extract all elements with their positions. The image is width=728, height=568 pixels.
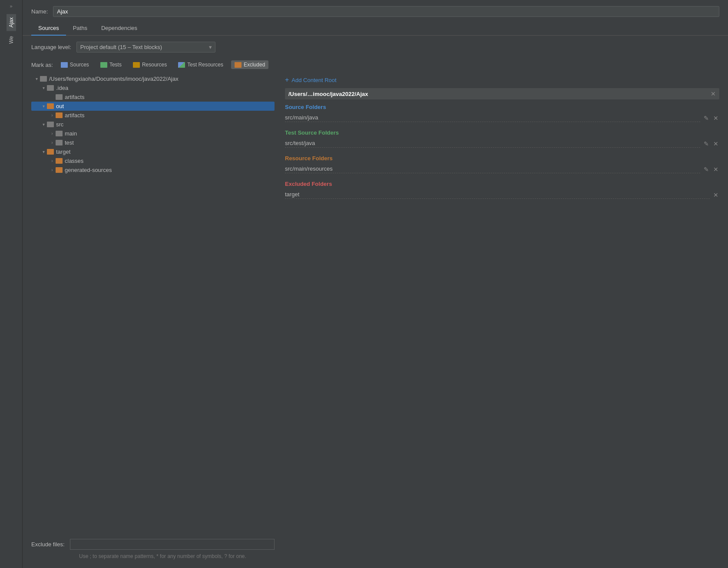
mark-as-tests-label: Tests — [109, 62, 122, 68]
tree-panel: ▾ /Users/fengxiaoha/Documents/imooc/java… — [31, 74, 275, 559]
root-chevron: ▾ — [33, 76, 40, 81]
tree-item-src-main[interactable]: › main — [31, 129, 275, 138]
src-test-folder-icon — [56, 140, 63, 145]
test-source-folder-path-0: src/test/java — [285, 140, 700, 148]
idea-label: .idea — [56, 85, 68, 91]
src-main-chevron: › — [49, 131, 56, 136]
target-chevron: ▾ — [40, 149, 47, 154]
tree-item-target[interactable]: ▾ target — [31, 147, 275, 156]
mark-as-label: Mark as: — [31, 62, 53, 68]
source-folder-actions-0: ✎ ✕ — [700, 115, 719, 122]
mark-as-test-resources-btn[interactable]: Test Resources — [175, 60, 227, 69]
tab-paths[interactable]: Paths — [66, 22, 94, 36]
language-level-select-wrapper[interactable]: Project default (15 – Text blocks) 15 - … — [76, 42, 215, 53]
test-source-folder-remove-btn-0[interactable]: ✕ — [712, 140, 719, 147]
mark-as-tests-btn[interactable]: Tests — [97, 60, 125, 69]
tree-item-out[interactable]: ▾ out — [31, 102, 275, 111]
exclude-section: Exclude files: Use ; to separate name pa… — [31, 530, 275, 559]
exclude-files-label: Exclude files: — [31, 541, 65, 548]
resource-folder-path-0: src/main/resources — [285, 165, 700, 173]
tree-item-idea-artifacts[interactable]: artifacts — [31, 92, 275, 102]
src-label: src — [56, 121, 63, 128]
target-folder-icon — [47, 149, 54, 155]
excluded-folders-title: Excluded Folders — [285, 181, 719, 187]
mark-as-sources-label: Sources — [70, 62, 89, 68]
target-classes-chevron: › — [49, 159, 56, 163]
add-icon: + — [285, 76, 289, 84]
sidebar-tab-we[interactable]: We — [7, 33, 16, 47]
resource-folder-remove-btn-0[interactable]: ✕ — [712, 166, 719, 173]
source-folders-title: Source Folders — [285, 104, 719, 110]
excluded-folder-remove-btn-0[interactable]: ✕ — [712, 192, 719, 198]
source-folder-edit-btn-0[interactable]: ✎ — [703, 115, 710, 122]
excluded-folder-entry-0: target ✕ — [285, 190, 719, 200]
exclude-files-input[interactable] — [70, 539, 275, 550]
tree-item-src[interactable]: ▾ src — [31, 120, 275, 129]
out-artifacts-label: artifacts — [65, 112, 85, 119]
mark-as-excluded-btn[interactable]: Excluded — [231, 60, 268, 69]
language-level-label: Language level: — [31, 44, 71, 50]
mark-as-resources-btn[interactable]: Resources — [129, 60, 170, 69]
sidebar-collapse-arrow[interactable]: » — [10, 3, 12, 9]
test-resources-folder-icon — [178, 62, 185, 68]
out-artifacts-chevron: › — [49, 113, 56, 118]
language-level-row: Language level: Project default (15 – Te… — [23, 36, 728, 59]
tree-item-src-test[interactable]: › test — [31, 138, 275, 147]
tree-item-target-classes[interactable]: › classes — [31, 156, 275, 165]
resource-folders-section: Resource Folders src/main/resources ✎ ✕ — [285, 155, 719, 175]
name-input[interactable] — [53, 6, 719, 17]
test-source-folder-entry-0: src/test/java ✎ ✕ — [285, 139, 719, 149]
body-split: ▾ /Users/fengxiaoha/Documents/imooc/java… — [23, 74, 728, 568]
content-root-path: /Users/…imooc/java2022/Ajax — [288, 91, 368, 97]
target-classes-label: classes — [65, 158, 83, 164]
mark-as-resources-label: Resources — [142, 62, 167, 68]
content-root-close-btn[interactable]: ✕ — [711, 90, 716, 97]
target-generated-sources-folder-icon — [56, 167, 63, 173]
target-classes-folder-icon — [56, 158, 63, 164]
tree-item-target-generated-sources[interactable]: › generated-sources — [31, 165, 275, 175]
name-label: Name: — [31, 8, 48, 15]
source-folder-entry-0: src/main/java ✎ ✕ — [285, 113, 719, 123]
tab-sources[interactable]: Sources — [31, 22, 66, 36]
out-artifacts-folder-icon — [56, 112, 63, 118]
target-generated-sources-chevron: › — [49, 168, 56, 172]
mark-as-excluded-label: Excluded — [244, 62, 265, 68]
add-content-root-btn[interactable]: + Add Content Root — [285, 74, 719, 88]
tree-root-item[interactable]: ▾ /Users/fengxiaoha/Documents/imooc/java… — [31, 74, 275, 83]
src-test-chevron: › — [49, 140, 56, 145]
resource-folder-actions-0: ✎ ✕ — [700, 166, 719, 173]
resource-folder-edit-btn-0[interactable]: ✎ — [703, 166, 710, 173]
content-root-header: /Users/…imooc/java2022/Ajax ✕ — [285, 88, 719, 99]
sidebar-strip: » Ajax We — [0, 0, 23, 568]
resource-folders-title: Resource Folders — [285, 155, 719, 162]
excluded-folder-actions-0: ✕ — [710, 192, 719, 198]
excluded-folder-path-0: target — [285, 191, 710, 199]
test-source-folders-title: Test Source Folders — [285, 129, 719, 136]
root-folder-icon — [40, 76, 47, 82]
mark-as-sources-btn[interactable]: Sources — [57, 60, 93, 69]
mark-as-test-resources-label: Test Resources — [187, 62, 223, 68]
idea-artifacts-label: artifacts — [65, 94, 85, 100]
sources-folder-icon — [61, 62, 68, 68]
tree-item-out-artifacts[interactable]: › artifacts — [31, 111, 275, 120]
idea-chevron: ▾ — [40, 86, 47, 90]
idea-artifacts-chevron — [49, 95, 56, 99]
sidebar-tab-ajax[interactable]: Ajax — [7, 14, 16, 31]
right-panel: + Add Content Root /Users/…imooc/java202… — [275, 74, 719, 559]
resources-folder-icon — [133, 62, 140, 68]
test-source-folder-actions-0: ✎ ✕ — [700, 140, 719, 147]
tabs-row: Sources Paths Dependencies — [23, 22, 728, 36]
source-folder-path-0: src/main/java — [285, 114, 700, 122]
language-level-select[interactable]: Project default (15 – Text blocks) 15 - … — [76, 42, 215, 53]
out-chevron: ▾ — [40, 104, 47, 109]
exclude-hint: Use ; to separate name patterns, * for a… — [31, 553, 275, 559]
excluded-folder-icon — [235, 62, 242, 68]
tab-dependencies[interactable]: Dependencies — [94, 22, 144, 36]
source-folder-remove-btn-0[interactable]: ✕ — [712, 115, 719, 122]
out-label: out — [56, 103, 64, 109]
tree-item-idea[interactable]: ▾ .idea — [31, 83, 275, 92]
out-folder-icon — [47, 103, 54, 109]
test-source-folder-edit-btn-0[interactable]: ✎ — [703, 140, 710, 147]
target-generated-sources-label: generated-sources — [65, 167, 112, 173]
add-content-root-label: Add Content Root — [291, 77, 336, 83]
